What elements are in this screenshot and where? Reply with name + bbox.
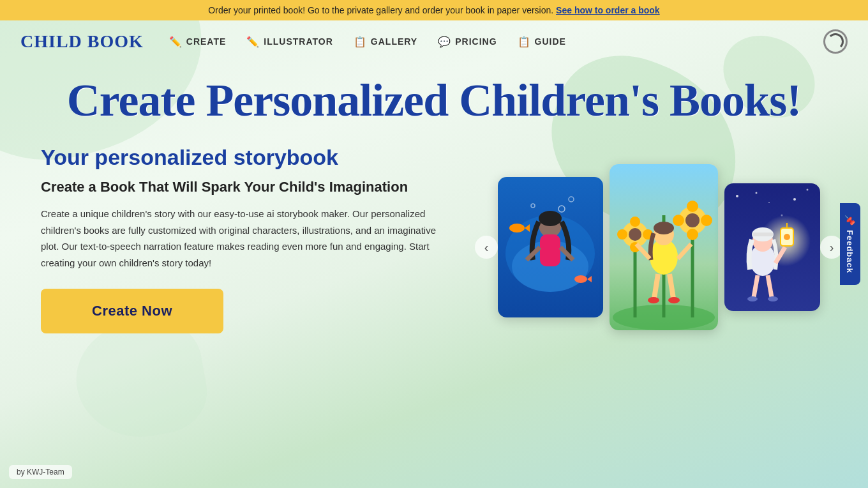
navbar: CHILD BOOK ✏️ CREATE ✏️ ILLUSTRATOR 📋 GA…: [0, 20, 868, 63]
svg-point-39: [648, 297, 659, 303]
svg-point-21: [629, 228, 641, 241]
svg-point-34: [654, 222, 674, 234]
top-banner: Order your printed book! Go to the priva…: [0, 0, 868, 20]
svg-point-43: [756, 192, 758, 194]
feedback-label: Feedback: [846, 230, 855, 273]
svg-point-31: [701, 215, 712, 226]
svg-point-60: [768, 296, 778, 301]
nav-label-create: CREATE: [186, 36, 227, 47]
svg-point-24: [617, 229, 627, 240]
book-illustration-3: [724, 183, 820, 311]
carousel-images: [498, 145, 820, 349]
svg-point-28: [687, 201, 698, 212]
book-card-1[interactable]: [498, 177, 603, 317]
svg-point-45: [807, 189, 809, 191]
pencil2-icon: ✏️: [246, 36, 260, 48]
nav-item-illustrator[interactable]: ✏️ ILLUSTRATOR: [246, 36, 333, 48]
content-row: Your personalized storybook Create a Boo…: [31, 145, 837, 349]
svg-point-40: [668, 297, 680, 303]
nav-item-gallery[interactable]: 📋 GALLERY: [354, 36, 417, 48]
user-avatar[interactable]: [823, 29, 848, 54]
svg-rect-8: [540, 234, 560, 266]
pricing-icon: 💬: [438, 36, 451, 48]
feedback-button[interactable]: 📌 Feedback: [840, 203, 860, 285]
nav-label-pricing: PRICING: [455, 36, 497, 47]
carousel-area: ‹: [475, 145, 843, 349]
svg-point-44: [793, 198, 796, 201]
svg-point-9: [539, 211, 562, 226]
svg-point-56: [784, 234, 790, 240]
banner-link[interactable]: See how to order a book: [556, 5, 660, 15]
hero-section: Create Personalized Children's Books! Yo…: [0, 63, 868, 349]
nav-logo[interactable]: CHILD BOOK: [20, 33, 144, 50]
avatar-spinner: [827, 33, 844, 50]
svg-point-3: [509, 224, 525, 233]
gallery-icon: 📋: [354, 36, 367, 48]
svg-point-5: [574, 275, 587, 283]
svg-point-42: [736, 195, 738, 197]
create-now-button[interactable]: Create Now: [41, 289, 223, 333]
svg-point-27: [685, 213, 700, 227]
banner-text: Order your printed book! Go to the priva…: [208, 5, 553, 15]
spark-heading: Create a Book That Will Spark Your Child…: [41, 179, 449, 195]
carousel-prev-button[interactable]: ‹: [475, 236, 498, 259]
nav-label-illustrator: ILLUSTRATOR: [264, 36, 333, 47]
nav-items: ✏️ CREATE ✏️ ILLUSTRATOR 📋 GALLERY 💬 PRI…: [169, 36, 823, 48]
nav-label-gallery: GALLERY: [371, 36, 417, 47]
book-card-3[interactable]: [724, 183, 820, 311]
book-illustration-1: [498, 177, 603, 317]
nav-label-guide: GUIDE: [535, 36, 566, 47]
book-card-2[interactable]: [610, 164, 718, 330]
svg-point-29: [687, 229, 698, 240]
nav-item-guide[interactable]: 📋 GUIDE: [518, 36, 566, 48]
svg-point-22: [630, 217, 640, 227]
svg-point-59: [747, 296, 758, 301]
book-illustration-2: [610, 164, 718, 330]
nav-item-create[interactable]: ✏️ CREATE: [169, 36, 227, 48]
svg-rect-52: [752, 233, 773, 236]
footer-credit: by KWJ-Team: [9, 465, 72, 479]
svg-point-30: [673, 215, 684, 226]
hero-title: Create Personalized Children's Books!: [31, 63, 837, 145]
left-content: Your personalized storybook Create a Boo…: [41, 145, 449, 333]
pencil-icon: ✏️: [169, 36, 183, 48]
svg-point-46: [768, 202, 770, 203]
feedback-icon: 📌: [845, 215, 855, 226]
guide-icon: 📋: [518, 36, 531, 48]
description-text: Create a unique children's story with ou…: [41, 206, 449, 271]
storybook-subtitle: Your personalized storybook: [41, 145, 449, 170]
nav-logo-text: CHILD BOOK: [20, 31, 144, 51]
nav-item-pricing[interactable]: 💬 PRICING: [438, 36, 497, 48]
